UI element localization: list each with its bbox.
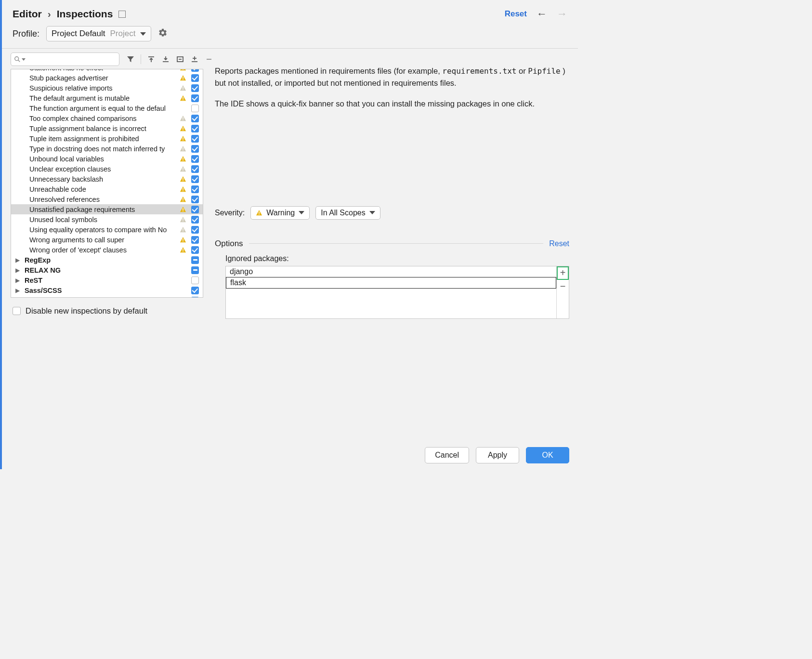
inspection-checkbox[interactable] xyxy=(191,74,199,82)
inspection-checkbox[interactable] xyxy=(191,246,199,254)
ignored-packages-list[interactable]: django flask xyxy=(226,266,556,318)
weak-warning-icon xyxy=(180,216,186,223)
inspection-row[interactable]: Tuple item assignment is prohibited xyxy=(11,133,203,144)
inspection-checkbox[interactable] xyxy=(191,216,199,224)
expand-all-icon[interactable] xyxy=(147,55,156,64)
inspection-checkbox[interactable] xyxy=(191,94,199,102)
severity-select[interactable]: Warning xyxy=(250,206,310,220)
svg-rect-32 xyxy=(183,178,183,180)
inspection-checkbox[interactable] xyxy=(191,145,199,153)
ok-button[interactable]: OK xyxy=(526,447,569,463)
inspection-row[interactable]: Unsatisfied package requirements xyxy=(11,204,203,214)
apply-button[interactable]: Apply xyxy=(476,447,519,463)
gear-icon[interactable] xyxy=(158,28,168,40)
category-checkbox[interactable] xyxy=(191,266,199,274)
svg-point-0 xyxy=(15,57,19,61)
filter-icon[interactable] xyxy=(126,55,135,64)
expand-arrow-icon[interactable]: ▶ xyxy=(13,287,22,294)
inspection-row[interactable]: Wrong arguments to call super xyxy=(11,235,203,245)
reset-to-empty-icon[interactable] xyxy=(176,55,184,64)
expand-arrow-icon[interactable]: ▶ xyxy=(13,277,22,284)
inspection-checkbox[interactable] xyxy=(191,69,199,72)
add-package-button[interactable]: + xyxy=(557,266,569,280)
expand-arrow-icon[interactable]: ▶ xyxy=(13,267,22,274)
inspection-checkbox[interactable] xyxy=(191,206,199,213)
breadcrumb-inspections[interactable]: Inspections xyxy=(57,8,113,20)
warning-icon xyxy=(180,156,186,162)
inspection-row[interactable]: Suspicious relative imports xyxy=(11,83,203,93)
breadcrumb-separator: › xyxy=(48,8,51,20)
inspection-checkbox[interactable] xyxy=(191,236,199,244)
inspections-tree[interactable]: Statement has no effect Stub packages ad… xyxy=(11,69,203,298)
disable-new-inspections-checkbox[interactable] xyxy=(13,307,21,315)
inspection-checkbox[interactable] xyxy=(191,226,199,234)
inspection-checkbox[interactable] xyxy=(191,165,199,173)
back-arrow-icon[interactable]: ← xyxy=(537,8,547,20)
inspection-checkbox[interactable] xyxy=(191,115,199,122)
inspection-row[interactable]: Unused local symbols xyxy=(11,214,203,224)
weak-warning-icon xyxy=(180,145,186,152)
inspection-row[interactable]: Unreachable code xyxy=(11,184,203,194)
inspection-checkbox[interactable] xyxy=(191,155,199,163)
ignored-package-item[interactable]: django xyxy=(226,266,556,277)
inspection-checkbox[interactable] xyxy=(191,196,199,203)
category-row[interactable]: ▶ Sass/SCSS xyxy=(11,285,203,295)
remove-package-button[interactable]: − xyxy=(557,280,569,293)
severity-row: Severity: Warning In All Scopes xyxy=(215,206,569,220)
inspection-row[interactable]: Unclear exception clauses xyxy=(11,164,203,174)
inspection-row[interactable]: Stub packages advertiser xyxy=(11,73,203,83)
inspection-checkbox[interactable] xyxy=(191,185,199,193)
breadcrumb-editor[interactable]: Editor xyxy=(13,8,42,20)
inspection-label: Type in docstring does not match inferre… xyxy=(11,145,180,153)
inspection-checkbox[interactable] xyxy=(191,175,199,183)
svg-rect-40 xyxy=(183,218,183,220)
inspection-checkbox[interactable] xyxy=(191,135,199,143)
desc-code-requirements: requirements.txt xyxy=(442,66,516,76)
show-in-new-window-icon[interactable] xyxy=(118,11,126,18)
dialog-footer: Cancel Apply OK xyxy=(425,447,569,463)
svg-rect-37 xyxy=(183,200,183,201)
add-icon[interactable] xyxy=(190,55,199,64)
inspection-label: Too complex chained comparisons xyxy=(11,115,180,122)
chevron-down-icon xyxy=(140,32,146,36)
svg-rect-16 xyxy=(183,87,183,89)
inspection-label: Unbound local variables xyxy=(11,155,180,163)
profile-select[interactable]: Project Default Project xyxy=(46,26,151,41)
category-checkbox[interactable] xyxy=(191,277,199,284)
warning-icon xyxy=(180,69,186,71)
reset-page-link[interactable]: Reset xyxy=(505,9,527,19)
collapse-all-icon[interactable] xyxy=(161,55,170,64)
category-row[interactable]: ▶ RELAX NG xyxy=(11,265,203,275)
inspection-row[interactable]: Tuple assignment balance is incorrect xyxy=(11,123,203,133)
inspection-row[interactable]: The default argument is mutable xyxy=(11,93,203,103)
scope-select[interactable]: In All Scopes xyxy=(315,206,380,220)
category-checkbox[interactable] xyxy=(191,287,199,294)
expand-arrow-icon[interactable]: ▶ xyxy=(13,257,22,264)
ignored-package-item-editing[interactable]: flask xyxy=(226,277,556,289)
category-label: Sass/SCSS xyxy=(22,287,180,294)
inspection-row[interactable]: Using equality operators to compare with… xyxy=(11,224,203,235)
inspection-row[interactable]: Unbound local variables xyxy=(11,154,203,164)
search-input[interactable] xyxy=(11,53,119,66)
category-checkbox[interactable] xyxy=(191,256,199,264)
inspection-label: Unsatisfied package requirements xyxy=(11,206,180,213)
remove-icon[interactable] xyxy=(205,55,213,64)
inspection-checkbox[interactable] xyxy=(191,84,199,92)
inspection-row[interactable]: Unresolved references xyxy=(11,194,203,204)
category-row[interactable]: ▶ ReST xyxy=(11,275,203,285)
search-history-caret-icon[interactable] xyxy=(22,58,26,61)
inspection-row[interactable]: Unnecessary backslash xyxy=(11,174,203,184)
warning-icon xyxy=(180,186,186,193)
inspection-row[interactable]: Wrong order of 'except' clauses xyxy=(11,245,203,255)
inspection-checkbox[interactable] xyxy=(191,125,199,132)
category-row[interactable]: ▶ RegExp xyxy=(11,255,203,265)
inspection-row[interactable]: Too complex chained comparisons xyxy=(11,113,203,123)
svg-rect-47 xyxy=(183,251,183,251)
options-reset-link[interactable]: Reset xyxy=(549,239,569,248)
inspection-row[interactable]: Type in docstring does not match inferre… xyxy=(11,144,203,154)
inspection-row[interactable]: The function argument is equal to the de… xyxy=(11,103,203,113)
inspection-row[interactable]: Statement has no effect xyxy=(11,69,203,73)
inspection-checkbox[interactable] xyxy=(191,105,199,112)
cancel-button[interactable]: Cancel xyxy=(425,447,469,463)
svg-rect-31 xyxy=(183,170,183,171)
